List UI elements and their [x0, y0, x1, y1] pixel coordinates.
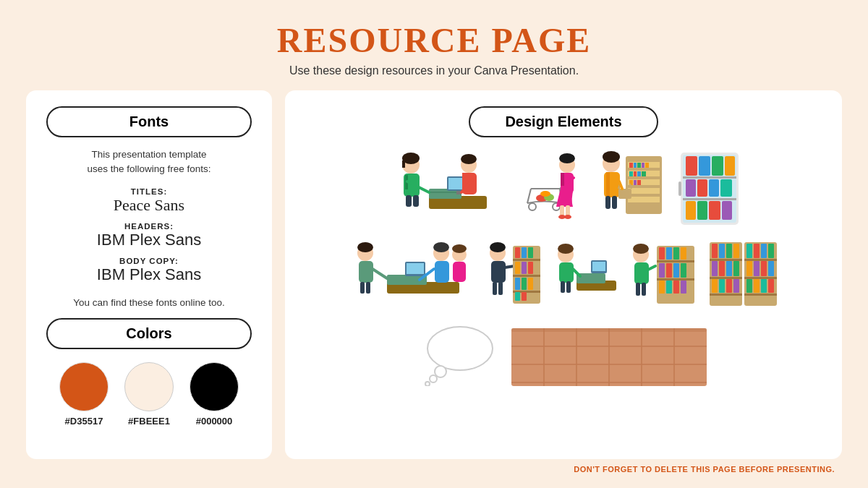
svg-rect-88 [359, 261, 373, 283]
svg-rect-149 [636, 283, 640, 296]
svg-rect-172 [754, 244, 760, 258]
color-swatch-orange: #D35517 [59, 362, 109, 427]
svg-rect-107 [515, 247, 520, 258]
svg-rect-77 [686, 201, 696, 220]
color-hex-orange: #D35517 [65, 416, 103, 427]
font-block-headers: HEADERS: IBM Plex Sans [97, 222, 201, 249]
svg-rect-47 [645, 163, 649, 168]
svg-rect-76 [720, 179, 732, 197]
svg-rect-64 [612, 196, 617, 209]
svg-rect-78 [697, 201, 707, 220]
svg-rect-58 [606, 172, 610, 197]
svg-rect-95 [453, 262, 466, 282]
svg-rect-10 [402, 160, 405, 168]
svg-rect-46 [642, 163, 644, 168]
colors-header: Colors [46, 318, 252, 349]
page-title: RESOURCE PAGE [277, 20, 592, 60]
svg-rect-181 [761, 279, 767, 293]
svg-rect-73 [686, 179, 696, 197]
shelves2-illustration [708, 239, 780, 311]
floor-tile-illustration [511, 321, 707, 386]
design-row-3 [302, 321, 825, 386]
svg-point-14 [461, 154, 477, 164]
color-swatches: #D35517 #FBEEE1 #000000 [59, 362, 239, 427]
svg-rect-44 [634, 163, 637, 168]
svg-rect-67 [683, 176, 736, 179]
svg-rect-17 [406, 195, 412, 207]
cashier-customers-illustration [347, 239, 470, 311]
font-name-headers: IBM Plex Sans [97, 231, 201, 249]
svg-rect-147 [634, 262, 649, 284]
svg-rect-59 [618, 189, 631, 199]
svg-rect-174 [768, 244, 774, 258]
svg-rect-110 [515, 262, 520, 274]
svg-rect-173 [761, 244, 767, 258]
svg-point-22 [529, 203, 536, 210]
svg-rect-137 [659, 263, 665, 278]
svg-rect-138 [666, 263, 672, 278]
svg-rect-98 [366, 282, 370, 294]
font-label-body: BODY COPY: [97, 257, 201, 265]
right-panel: Design Elements [285, 90, 842, 459]
color-swatch-cream: #FBEEE1 [124, 362, 174, 427]
svg-rect-119 [498, 282, 503, 295]
svg-rect-131 [657, 260, 694, 262]
svg-rect-126 [559, 262, 574, 283]
svg-line-20 [527, 189, 531, 203]
svg-rect-109 [528, 247, 533, 258]
svg-rect-168 [719, 279, 725, 293]
font-block-body: BODY COPY: IBM Plex Sans [97, 257, 201, 284]
svg-rect-156 [744, 259, 777, 261]
svg-point-87 [357, 242, 373, 252]
svg-rect-50 [637, 171, 641, 176]
color-circle-orange [59, 362, 109, 411]
font-block-titles: TITLES: Peace Sans [114, 187, 184, 215]
svg-rect-153 [710, 277, 742, 279]
svg-rect-162 [733, 244, 739, 258]
svg-rect-180 [754, 279, 760, 293]
svg-rect-113 [515, 278, 520, 290]
svg-rect-71 [712, 156, 723, 176]
svg-rect-75 [709, 179, 719, 197]
cashier3-illustration [628, 239, 697, 311]
svg-point-146 [633, 244, 649, 254]
svg-rect-112 [528, 262, 533, 274]
svg-rect-178 [768, 261, 774, 276]
thought-bubble-illustration [420, 321, 500, 386]
main-content: Fonts This presentation templateuses the… [26, 90, 842, 459]
svg-rect-133 [659, 247, 665, 260]
fonts-description: This presentation templateuses the follo… [87, 147, 210, 177]
svg-rect-135 [673, 247, 679, 260]
design-row-1 [302, 149, 825, 228]
svg-rect-177 [761, 261, 767, 276]
color-hex-black: #000000 [196, 416, 233, 427]
font-name-body: IBM Plex Sans [97, 265, 201, 284]
svg-rect-118 [493, 282, 497, 295]
svg-rect-101 [491, 261, 506, 283]
svg-rect-129 [566, 281, 571, 293]
svg-rect-13 [462, 173, 466, 184]
svg-point-29 [559, 153, 575, 163]
svg-point-36 [564, 215, 571, 219]
svg-rect-159 [712, 244, 718, 258]
font-label-titles: TITLES: [114, 187, 184, 196]
store-worker2-illustration [555, 239, 616, 311]
svg-rect-157 [744, 277, 777, 279]
svg-rect-108 [522, 247, 527, 258]
svg-rect-41 [628, 188, 660, 194]
svg-point-186 [425, 382, 430, 386]
svg-rect-142 [666, 281, 672, 294]
svg-rect-121 [576, 273, 605, 283]
svg-rect-49 [634, 171, 637, 176]
store-worker-illustration [593, 149, 665, 228]
cashier-scene-illustration [386, 149, 498, 228]
footer-note: DON'T FORGET TO DELETE THIS PAGE BEFORE … [26, 465, 842, 474]
svg-point-125 [558, 244, 574, 254]
svg-rect-69 [686, 156, 697, 176]
svg-rect-163 [712, 261, 718, 276]
shelves-illustration [482, 239, 543, 311]
font-name-titles: Peace Sans [114, 196, 184, 215]
font-label-headers: HEADERS: [97, 222, 201, 231]
color-swatch-black: #000000 [190, 362, 239, 427]
design-grid [302, 149, 825, 443]
